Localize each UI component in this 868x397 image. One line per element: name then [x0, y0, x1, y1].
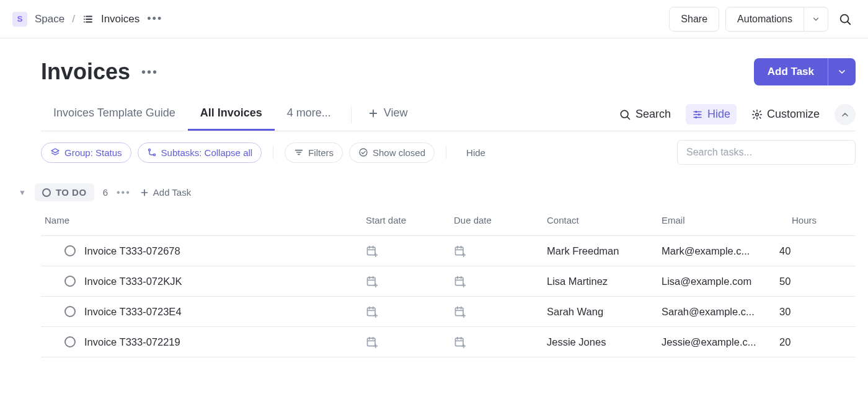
col-header-email[interactable]: Email — [662, 215, 792, 225]
breadcrumb-more-icon[interactable]: ••• — [147, 12, 162, 25]
group-by-pill[interactable]: Group: Status — [41, 142, 131, 163]
group-add-task-button[interactable]: Add Task — [140, 187, 191, 198]
calendar-add-icon[interactable] — [454, 245, 547, 257]
search-tasks-input[interactable] — [677, 140, 856, 165]
add-task-chevron[interactable] — [828, 58, 856, 85]
add-view-button[interactable]: View — [359, 98, 417, 131]
tab-separator — [351, 107, 352, 123]
page-more-icon[interactable]: ••• — [141, 65, 158, 79]
view-hide-label: Hide — [707, 108, 730, 121]
group-by-label: Group: Status — [64, 147, 122, 158]
calendar-add-icon[interactable] — [454, 305, 547, 318]
cell-hours[interactable]: 20 — [779, 336, 841, 348]
calendar-add-icon[interactable] — [454, 275, 547, 287]
cell-start-date[interactable] — [366, 336, 454, 348]
task-status-icon[interactable] — [64, 276, 76, 287]
cell-email[interactable]: Sarah@example.c... — [662, 306, 779, 318]
search-icon — [619, 108, 631, 121]
col-header-contact[interactable]: Contact — [547, 215, 662, 225]
table-row[interactable]: Invoice T333-072KJK Lisa Martinez Lisa@e… — [41, 266, 856, 296]
breadcrumb-current[interactable]: Invoices — [101, 13, 140, 25]
table-row[interactable]: Invoice T333-0723E4 Sarah Wang Sarah@exa… — [41, 296, 856, 326]
automations-button[interactable]: Automations — [725, 7, 804, 32]
group-more-icon[interactable]: ••• — [117, 187, 131, 198]
status-circle-icon — [42, 188, 51, 197]
col-header-name[interactable]: Name — [41, 215, 366, 225]
table-row[interactable]: Invoice T333-072219 Jessie Jones Jessie@… — [41, 326, 856, 357]
show-closed-pill[interactable]: Show closed — [349, 142, 435, 163]
customize-button[interactable]: Customize — [745, 104, 826, 124]
cell-name: Invoice T333-0723E4 — [41, 306, 366, 318]
view-tabs: Invoices Template Guide All Invoices 4 m… — [41, 98, 856, 131]
cell-due-date[interactable] — [454, 275, 547, 287]
subtasks-pill[interactable]: Subtasks: Collapse all — [138, 142, 262, 163]
cell-name: Invoice T333-072678 — [41, 245, 366, 257]
calendar-add-icon[interactable] — [366, 305, 454, 318]
layers-icon — [50, 147, 60, 157]
automations-split: Automations — [725, 7, 828, 32]
pill-separator — [273, 146, 273, 159]
subtasks-label: Subtasks: Collapse all — [161, 147, 253, 158]
cell-start-date[interactable] — [366, 275, 454, 287]
cell-name: Invoice T333-072KJK — [41, 276, 366, 287]
col-header-due-date[interactable]: Due date — [454, 215, 547, 225]
calendar-add-icon[interactable] — [454, 336, 547, 348]
cell-hours[interactable]: 30 — [779, 306, 841, 318]
cell-due-date[interactable] — [454, 245, 547, 257]
task-title[interactable]: Invoice T333-072219 — [84, 336, 180, 348]
breadcrumb-space[interactable]: Space — [35, 13, 64, 25]
check-circle-icon — [358, 147, 368, 157]
cell-start-date[interactable] — [366, 245, 454, 257]
cell-contact[interactable]: Lisa Martinez — [547, 276, 662, 287]
table-header: Name Start date Due date Contact Email H… — [41, 210, 856, 235]
status-badge[interactable]: TO DO — [35, 183, 94, 201]
task-status-icon[interactable] — [64, 306, 76, 317]
group-expand-toggle[interactable]: ▼ — [19, 188, 26, 197]
calendar-add-icon[interactable] — [366, 336, 454, 348]
cell-contact[interactable]: Mark Freedman — [547, 245, 662, 257]
tab-guide[interactable]: Invoices Template Guide — [41, 98, 188, 131]
table-row[interactable]: Invoice T333-072678 Mark Freedman Mark@e… — [41, 235, 856, 266]
cell-email[interactable]: Lisa@example.com — [662, 276, 779, 287]
tab-more[interactable]: 4 more... — [275, 98, 343, 131]
page-title: Invoices — [41, 59, 130, 85]
task-title[interactable]: Invoice T333-072KJK — [84, 276, 182, 287]
cell-start-date[interactable] — [366, 305, 454, 318]
cell-hours[interactable]: 50 — [779, 276, 841, 287]
search-icon[interactable] — [835, 9, 856, 30]
task-status-icon[interactable] — [64, 336, 76, 347]
view-search-button[interactable]: Search — [613, 104, 677, 124]
calendar-add-icon[interactable] — [366, 245, 454, 257]
plus-icon — [140, 188, 149, 198]
collapse-toggle[interactable] — [835, 104, 856, 125]
col-header-hours[interactable]: Hours — [792, 215, 854, 225]
filters-pill[interactable]: Filters — [285, 142, 343, 163]
subtasks-icon — [147, 147, 157, 157]
cell-contact[interactable]: Jessie Jones — [547, 336, 662, 348]
automations-chevron[interactable] — [804, 7, 828, 32]
add-task-button[interactable]: Add Task — [754, 58, 828, 85]
task-title[interactable]: Invoice T333-0723E4 — [84, 306, 182, 318]
cell-email[interactable]: Jessie@example.c... — [662, 336, 779, 348]
group-header: ▼ TO DO 6 ••• Add Task — [19, 178, 856, 210]
cell-due-date[interactable] — [454, 305, 547, 318]
task-status-icon[interactable] — [64, 245, 76, 256]
breadcrumb-separator: / — [72, 13, 75, 25]
list-icon — [82, 14, 94, 25]
cell-due-date[interactable] — [454, 336, 547, 348]
hide-toolbar-button[interactable]: Hide — [458, 143, 494, 162]
view-hide-button[interactable]: Hide — [686, 104, 737, 124]
chevron-up-icon — [840, 110, 850, 120]
tab-all-invoices[interactable]: All Invoices — [188, 98, 275, 131]
space-icon[interactable]: S — [12, 12, 27, 27]
cell-contact[interactable]: Sarah Wang — [547, 306, 662, 318]
add-task-split: Add Task — [754, 58, 856, 85]
col-header-start-date[interactable]: Start date — [366, 215, 454, 225]
cell-hours[interactable]: 40 — [779, 245, 841, 257]
cell-email[interactable]: Mark@example.c... — [662, 245, 779, 257]
view-search-label: Search — [636, 108, 671, 121]
task-title[interactable]: Invoice T333-072678 — [84, 245, 180, 257]
share-button[interactable]: Share — [669, 7, 719, 32]
calendar-add-icon[interactable] — [366, 275, 454, 287]
topbar-right: Share Automations — [669, 7, 856, 32]
